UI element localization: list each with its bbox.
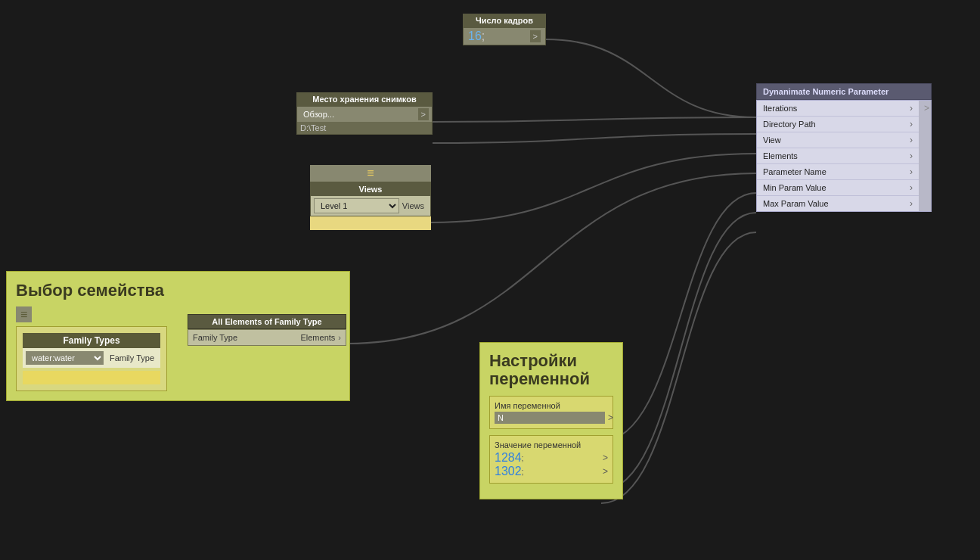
dyn-iterations-arrow: › (910, 103, 913, 114)
all-elements-header: All Elements of Family Type (188, 314, 346, 329)
settings-param-name-box: Имя переменной > (489, 396, 613, 429)
dynanimate-body: Iterations › Directory Path › View › Ele… (756, 100, 932, 212)
dynanimate-header: Dynanimate Numeric Parameter (756, 83, 932, 100)
storage-port-out[interactable]: > (418, 108, 429, 120)
settings-value2-suffix: ; (522, 467, 524, 476)
dyn-minparam-arrow: › (910, 182, 913, 193)
settings-node: Настройки переменной Имя переменной > Зн… (479, 342, 623, 499)
storage-node: Место хранения снимков Обзор... > D:\Tes… (296, 92, 433, 135)
dyn-dirpath-arrow: › (910, 119, 913, 129)
family-dropdown-row: water:water Family Type (26, 351, 157, 365)
family-types-body: water:water Family Type (23, 348, 160, 368)
settings-value1-suffix: ; (522, 453, 524, 462)
settings-port-out1[interactable]: > (603, 453, 608, 463)
settings-param-value-label: Значение переменной (495, 440, 608, 450)
frames-header: Число кадров (463, 14, 546, 27)
frames-node: Число кадров 16 ; > (463, 14, 546, 45)
family-type-port: Family Type (193, 333, 237, 342)
family-types-box: Family Types water:water Family Type (16, 326, 167, 391)
views-icon: ≡ (310, 165, 431, 182)
dyn-maxparam-arrow: › (910, 198, 913, 209)
family-dropdown[interactable]: water:water (26, 351, 104, 365)
dyn-dirpath-row: Directory Path › (757, 117, 919, 132)
dynanimate-port-out[interactable]: > (924, 103, 929, 114)
storage-path: D:\Test (300, 123, 326, 132)
views-bottom-bar (310, 216, 431, 230)
views-node: ≡ Views Level 1 Views (310, 165, 431, 230)
dyn-paramname-label: Parameter Name (763, 167, 826, 176)
dyn-paramname-row: Parameter Name › (757, 164, 919, 180)
settings-param-value-box: Значение переменной 1284 ; > 1302 ; > (489, 435, 613, 484)
settings-param-name-input[interactable] (495, 412, 605, 424)
frames-value: 16 (468, 30, 482, 43)
dyn-elements-arrow: › (910, 151, 913, 161)
family-inner-icon: ≡ (16, 306, 32, 322)
dyn-view-label: View (763, 135, 781, 145)
views-port-label: Views (399, 201, 427, 210)
storage-header: Место хранения снимков (296, 92, 433, 106)
settings-value1-row: 1284 ; > (495, 451, 608, 465)
elements-port[interactable]: Elements › (300, 333, 341, 342)
dyn-minparam-label: Min Param Value (763, 183, 826, 192)
dyn-paramname-arrow: › (910, 166, 913, 177)
dyn-minparam-row: Min Param Value › (757, 180, 919, 196)
family-yellow-bar (23, 371, 160, 384)
settings-title: Настройки переменной (489, 352, 613, 388)
dyn-view-row: View › (757, 132, 919, 148)
dyn-maxparam-label: Max Param Value (763, 199, 829, 208)
family-types-header: Family Types (23, 333, 160, 348)
settings-value2: 1302 (495, 465, 522, 478)
settings-param-name-port[interactable]: > (608, 412, 613, 423)
views-header: Views (311, 182, 430, 196)
settings-value2-row: 1302 ; > (495, 465, 608, 478)
settings-value1: 1284 (495, 451, 522, 465)
all-elements-node: All Elements of Family Type Family Type … (188, 314, 346, 346)
dyn-iterations-label: Iterations (763, 104, 797, 113)
dyn-elements-label: Elements (763, 151, 798, 160)
dyn-maxparam-row: Max Param Value › (757, 196, 919, 211)
storage-browse-button[interactable]: Обзор... (300, 108, 418, 120)
settings-param-name-row: > (495, 412, 608, 424)
dyn-elements-row: Elements › (757, 148, 919, 164)
dyn-dirpath-label: Directory Path (763, 120, 816, 129)
all-elements-body: Family Type Elements › (188, 329, 346, 346)
frames-suffix: ; (482, 30, 485, 43)
dyn-view-arrow: › (910, 135, 913, 145)
elements-port-label: Elements (300, 333, 335, 342)
family-type-label-inner: Family Type (107, 352, 157, 364)
settings-port-out2[interactable]: > (603, 466, 608, 477)
views-dropdown[interactable]: Level 1 (314, 198, 399, 213)
settings-param-name-label: Имя переменной (495, 401, 608, 410)
family-select-title: Выбор семейства (16, 281, 340, 300)
elements-port-out[interactable]: › (338, 333, 341, 342)
frames-port-out[interactable]: > (530, 30, 541, 42)
dyn-iterations-row: Iterations › (757, 101, 919, 117)
dynanimate-node: Dynanimate Numeric Parameter Iterations … (756, 83, 932, 212)
